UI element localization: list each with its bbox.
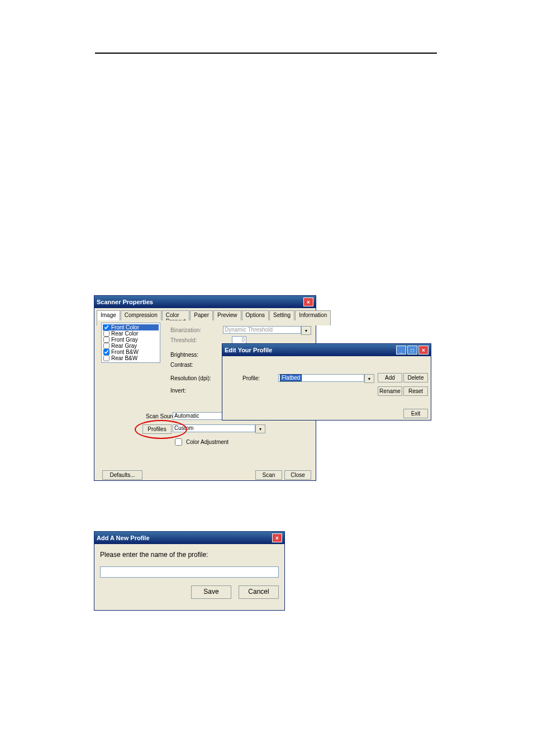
edit-profile-title: Edit Your Profile (225, 347, 272, 353)
reset-button[interactable]: Reset (403, 386, 428, 396)
close-button[interactable]: Close (284, 470, 311, 480)
maximize-icon[interactable]: □ (407, 346, 417, 355)
scan-button[interactable]: Scan (255, 470, 282, 480)
cancel-button[interactable]: Cancel (239, 585, 279, 599)
scanner-title: Scanner Properties (97, 299, 153, 305)
check-front-bw[interactable]: Front B&W (103, 349, 159, 355)
chevron-down-icon[interactable]: ▾ (255, 424, 265, 433)
close-icon[interactable]: × (303, 297, 313, 306)
rename-button[interactable]: Rename (378, 386, 402, 396)
close-icon[interactable]: × (418, 346, 429, 355)
brightness-label: Brightness: (170, 352, 198, 358)
add-profile-titlebar: Add A New Profile × (94, 532, 284, 544)
annotation-ellipse (135, 420, 187, 439)
chevron-down-icon[interactable]: ▾ (364, 374, 374, 383)
edit-profile-titlebar: Edit Your Profile _ □ × (222, 344, 431, 356)
check-rear-bw[interactable]: Rear B&W (103, 355, 159, 361)
check-front-color[interactable]: Front Color (103, 324, 159, 330)
add-profile-prompt: Please enter the name of the profile: (100, 551, 279, 559)
binarization-select[interactable]: Dynamic Threshold (223, 326, 301, 334)
profile-select[interactable]: Flatbed (278, 374, 364, 382)
chevron-down-icon[interactable]: ▾ (301, 326, 311, 335)
binarization-label: Binarization: (170, 327, 201, 333)
scanner-titlebar: Scanner Properties × (94, 296, 316, 308)
check-rear-color[interactable]: Rear Color (103, 330, 159, 337)
profile-name-input[interactable] (100, 566, 279, 578)
image-type-list: Front Color Rear Color Front Gray Rear G… (101, 323, 160, 363)
threshold-input[interactable]: 0 (232, 336, 246, 344)
horizontal-rule (95, 53, 437, 54)
color-adjustment-checkbox[interactable] (175, 438, 182, 446)
contrast-label: Contrast: (170, 362, 193, 368)
threshold-label: Threshold: (170, 337, 197, 343)
exit-button[interactable]: Exit (403, 409, 428, 418)
defaults-button[interactable]: Defaults... (102, 470, 142, 480)
check-rear-gray[interactable]: Rear Gray (103, 343, 159, 349)
add-button[interactable]: Add (378, 373, 402, 382)
add-profile-window: Add A New Profile × Please enter the nam… (94, 531, 285, 611)
minimize-icon[interactable]: _ (396, 346, 406, 355)
delete-button[interactable]: Delete (403, 373, 428, 382)
color-adjustment-row: Color Adjustment (173, 437, 229, 447)
profile-label: Profile: (242, 375, 260, 381)
color-adjustment-label: Color Adjustment (186, 439, 229, 445)
edit-profile-window: Edit Your Profile _ □ × Profile: Flatbed… (222, 343, 431, 420)
add-profile-title: Add A New Profile (97, 535, 150, 541)
close-icon[interactable]: × (272, 533, 282, 542)
save-button[interactable]: Save (191, 585, 231, 599)
resolution-label: Resolution (dpi): (170, 375, 211, 381)
invert-label: Invert: (170, 388, 186, 394)
check-front-gray[interactable]: Front Gray (103, 337, 159, 343)
